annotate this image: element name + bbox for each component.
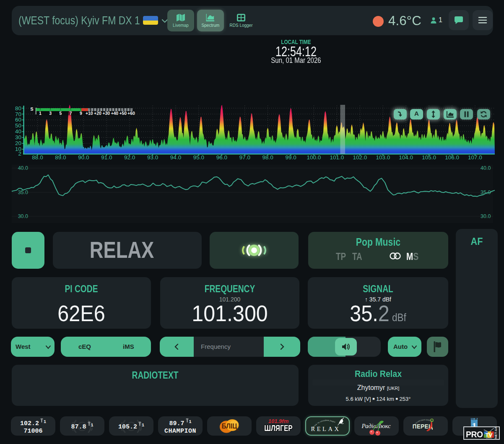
svg-text:106.2: 106.2 [470,418,478,421]
svg-text:БЛІЦ: БЛІЦ [222,423,237,430]
svg-text:fm: fm [236,429,239,431]
svg-text:TV: TV [485,432,492,438]
svg-text:RELAX: RELAX [311,426,341,432]
